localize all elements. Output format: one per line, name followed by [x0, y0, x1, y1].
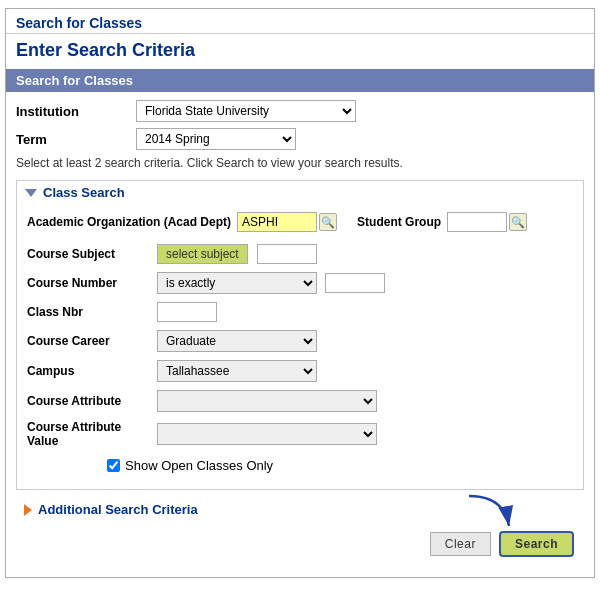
acad-org-label: Academic Organization (Acad Dept): [27, 215, 231, 229]
student-group-input[interactable]: [447, 212, 507, 232]
instruction-text: Select at least 2 search criteria. Click…: [16, 156, 584, 170]
show-open-checkbox[interactable]: [107, 459, 120, 472]
class-search-toggle[interactable]: Class Search: [17, 181, 583, 204]
course-number-input[interactable]: [325, 273, 385, 293]
course-attribute-label: Course Attribute: [27, 386, 157, 416]
campus-select[interactable]: Tallahassee: [157, 360, 317, 382]
course-number-label: Course Number: [27, 268, 157, 298]
class-nbr-input[interactable]: [157, 302, 217, 322]
term-select[interactable]: 2014 Spring: [136, 128, 296, 150]
institution-label: Institution: [16, 104, 136, 119]
acad-org-input[interactable]: [237, 212, 317, 232]
page-title: Search for Classes: [6, 9, 594, 34]
student-group-label: Student Group: [357, 215, 441, 229]
course-attribute-value-label: Course Attribute Value: [27, 416, 157, 452]
additional-search-label: Additional Search Criteria: [38, 502, 198, 517]
student-group-search-icon[interactable]: 🔍: [509, 213, 527, 231]
course-career-label: Course Career: [27, 326, 157, 356]
class-search-label: Class Search: [43, 185, 125, 200]
course-attribute-select[interactable]: [157, 390, 377, 412]
campus-label: Campus: [27, 356, 157, 386]
enter-criteria-heading: Enter Search Criteria: [6, 34, 594, 69]
term-label: Term: [16, 132, 136, 147]
course-career-select[interactable]: Graduate: [157, 330, 317, 352]
institution-select[interactable]: Florida State University: [136, 100, 356, 122]
show-open-label: Show Open Classes Only: [125, 458, 273, 473]
acad-org-search-icon[interactable]: 🔍: [319, 213, 337, 231]
arrow-indicator: [459, 491, 519, 544]
section-header: Search for Classes: [6, 69, 594, 92]
select-subject-button[interactable]: select subject: [157, 244, 248, 264]
course-number-operator-select[interactable]: is exactly: [157, 272, 317, 294]
course-subject-label: Course Subject: [27, 240, 157, 268]
class-nbr-label: Class Nbr: [27, 298, 157, 326]
collapse-icon: [25, 189, 37, 197]
expand-icon: [24, 504, 32, 516]
course-subject-input[interactable]: [257, 244, 317, 264]
course-attribute-value-select[interactable]: [157, 423, 377, 445]
button-row: Clear Search: [16, 521, 584, 567]
